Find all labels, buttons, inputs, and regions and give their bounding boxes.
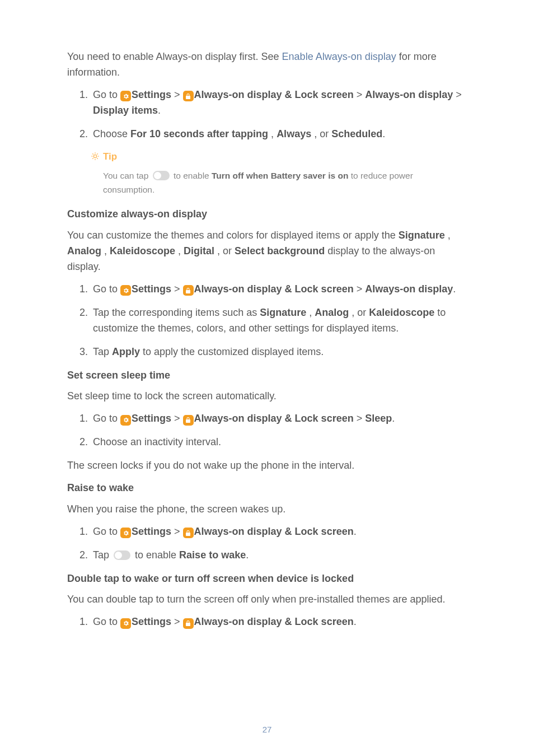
settings-icon: [120, 415, 131, 426]
svg-line-5: [92, 154, 93, 155]
lock-icon: [183, 285, 194, 296]
tip-heading: Tip: [91, 150, 467, 164]
list-item: Go to Settings > Always-on display & Loc…: [91, 411, 467, 427]
sleep-intro: Set sleep time to lock the screen automa…: [67, 389, 467, 404]
display-items-label: Display items: [93, 105, 158, 116]
customize-list: Go to Settings > Always-on display & Loc…: [67, 282, 467, 360]
list-item: Go to Settings > Always-on display & Loc…: [91, 614, 467, 630]
list-item: Choose For 10 seconds after tapping , Al…: [91, 127, 467, 142]
list-item: Tap Apply to apply the customized displa…: [91, 344, 467, 360]
svg-line-6: [97, 158, 97, 159]
link-enable-always-on[interactable]: Enable Always-on display: [282, 51, 396, 62]
lock-icon: [183, 618, 194, 629]
svg-point-0: [93, 155, 96, 158]
tip-body: You can tap to enable Turn off when Batt…: [103, 169, 467, 197]
list-item: Choose an inactivity interval.: [91, 435, 467, 450]
lock-icon: [183, 415, 194, 426]
settings-label: Settings: [132, 89, 171, 100]
lightbulb-icon: [91, 152, 100, 161]
toggle-icon: [114, 550, 130, 560]
intro-paragraph: You need to enable Always-on display fir…: [67, 49, 467, 81]
raise-intro: When you raise the phone, the screen wak…: [67, 502, 467, 517]
always-label: Always-on display: [365, 89, 453, 100]
settings-icon: [120, 618, 131, 629]
customize-intro: You can customize the themes and colors …: [67, 228, 467, 275]
intro-prefix: You need to enable Always-on display fir…: [67, 51, 282, 62]
toggle-icon: [153, 171, 170, 180]
svg-line-7: [92, 158, 93, 159]
lock-icon: [183, 528, 194, 538]
list-item: Go to Settings > Always-on display & Loc…: [91, 282, 467, 297]
list-item: Go to Settings > Always-on display & Loc…: [91, 524, 467, 540]
heading-customize: Customize always-on display: [67, 207, 467, 222]
settings-icon: [120, 528, 131, 538]
tip-block: Tip You can tap to enable Turn off when …: [91, 150, 467, 197]
sleep-list: Go to Settings > Always-on display & Loc…: [67, 411, 467, 450]
lock-icon: [183, 91, 194, 101]
settings-icon: [120, 285, 131, 296]
heading-sleep: Set screen sleep time: [67, 368, 467, 384]
raise-list: Go to Settings > Always-on display & Loc…: [67, 524, 467, 563]
heading-doubletap: Double tap to wake or turn off screen wh…: [67, 571, 467, 587]
list-item: Tap to enable Raise to wake.: [91, 548, 467, 563]
doubletap-list: Go to Settings > Always-on display & Loc…: [67, 614, 467, 630]
always-lock-label: Always-on display & Lock screen: [194, 89, 354, 100]
svg-line-8: [97, 154, 97, 155]
list-item: Tap the corresponding items such as Sign…: [91, 305, 467, 337]
list-item: Go to Settings > Always-on display & Loc…: [91, 87, 467, 119]
doubletap-intro: You can double tap to turn the screen of…: [67, 592, 467, 608]
settings-icon: [120, 91, 131, 101]
heading-raise: Raise to wake: [67, 480, 467, 496]
page-number: 27: [0, 723, 534, 736]
section-1-list: Go to Settings > Always-on display & Loc…: [67, 87, 467, 142]
sleep-outro: The screen locks if you do not wake up t…: [67, 458, 467, 474]
